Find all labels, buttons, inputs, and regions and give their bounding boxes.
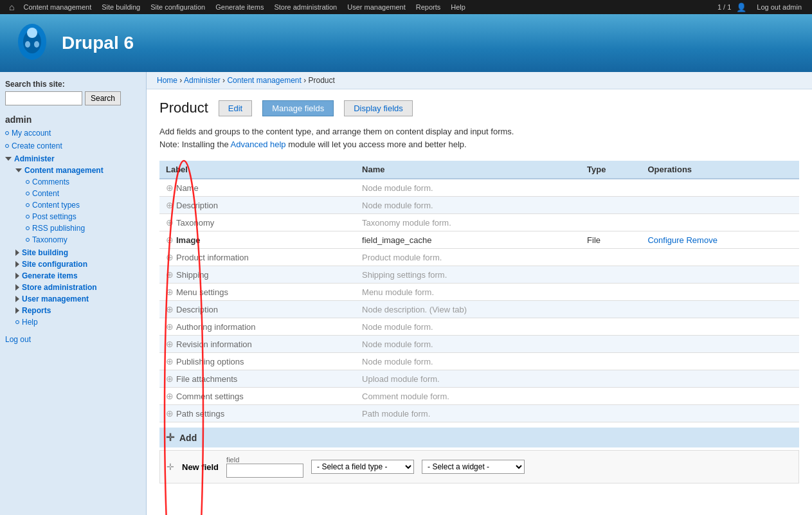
nav-site-building[interactable]: Site building bbox=[96, 3, 145, 11]
sidebar-username: admin bbox=[5, 114, 141, 125]
sidebar-content-management-toggle[interactable]: Content management bbox=[15, 165, 141, 176]
breadcrumb-current: Product bbox=[309, 76, 335, 85]
sidebar-link-logout[interactable]: Log out bbox=[5, 334, 141, 345]
sidebar: Search this site: Search admin My accoun… bbox=[0, 72, 147, 515]
chevron-down-icon bbox=[5, 157, 12, 161]
bullet-icon bbox=[26, 238, 30, 242]
breadcrumb-administer[interactable]: Administer bbox=[184, 76, 221, 85]
cell-type bbox=[581, 388, 641, 405]
cell-name: Node description. (View tab) bbox=[356, 301, 581, 318]
new-field-section: ✛ New field field - Select a field type … bbox=[159, 450, 799, 483]
sidebar-create-content: Create content bbox=[5, 140, 141, 152]
cell-label: ⊕Image bbox=[159, 231, 356, 249]
nav-store-administration[interactable]: Store administration bbox=[269, 3, 342, 11]
drag-handle[interactable]: ⊕ bbox=[166, 200, 176, 210]
drag-handle[interactable]: ⊕ bbox=[166, 321, 176, 332]
cell-operations bbox=[641, 179, 799, 197]
nav-user-management[interactable]: User management bbox=[342, 3, 411, 11]
field-label-text: Product information bbox=[176, 253, 249, 262]
sidebar-link-taxonomy[interactable]: Taxonomy bbox=[32, 235, 68, 245]
sidebar-user-management-toggle[interactable]: User management bbox=[15, 293, 141, 305]
sidebar-site-building-toggle[interactable]: Site building bbox=[15, 247, 141, 258]
drag-handle[interactable]: ⊕ bbox=[166, 339, 176, 349]
drag-handle[interactable]: ⊕ bbox=[166, 356, 176, 366]
remove-link[interactable]: Remove bbox=[686, 235, 717, 245]
sidebar-link-rss-publishing[interactable]: RSS publishing bbox=[32, 223, 85, 233]
field-label-text: Taxonomy bbox=[176, 218, 214, 228]
drag-handle[interactable]: ⊕ bbox=[166, 391, 176, 401]
search-input[interactable] bbox=[5, 91, 82, 105]
sidebar-reports-toggle[interactable]: Reports bbox=[15, 305, 141, 316]
sidebar-link-post-settings[interactable]: Post settings bbox=[32, 212, 77, 222]
field-widget-select[interactable]: - Select a widget - bbox=[422, 460, 525, 474]
tab-edit[interactable]: Edit bbox=[219, 100, 252, 116]
drag-handle[interactable]: ⊕ bbox=[166, 304, 176, 314]
cell-name: Node module form. bbox=[356, 318, 581, 336]
user-icon: 👤 bbox=[736, 3, 746, 12]
breadcrumb-content-management[interactable]: Content management bbox=[227, 76, 301, 85]
main-layout: Search this site: Search admin My accoun… bbox=[0, 72, 812, 515]
logout-link[interactable]: Log out admin bbox=[752, 3, 807, 11]
sidebar-administer-toggle[interactable]: Administer bbox=[5, 153, 141, 165]
advanced-help-link[interactable]: Advanced help bbox=[231, 140, 286, 149]
search-button[interactable]: Search bbox=[85, 91, 121, 105]
drag-handle[interactable]: ⊕ bbox=[166, 235, 176, 245]
table-header: Label Name Type Operations bbox=[159, 161, 799, 179]
drag-handle[interactable]: ⊕ bbox=[166, 217, 176, 228]
cell-type bbox=[581, 249, 641, 266]
drag-handle[interactable]: ⊕ bbox=[166, 252, 176, 262]
cell-name: Product module form. bbox=[356, 249, 581, 266]
nav-reports[interactable]: Reports bbox=[411, 3, 446, 11]
cell-type bbox=[581, 405, 641, 422]
drag-handle[interactable]: ⊕ bbox=[166, 408, 176, 419]
nav-site-configuration[interactable]: Site configuration bbox=[145, 3, 210, 11]
cell-name: Upload module form. bbox=[356, 370, 581, 388]
desc-text-2-post: module will let you access more and bett… bbox=[286, 140, 467, 149]
configure-link[interactable]: Configure bbox=[647, 235, 683, 245]
sidebar-link-create-content[interactable]: Create content bbox=[12, 141, 62, 151]
breadcrumb-home[interactable]: Home bbox=[157, 76, 177, 85]
drag-handle[interactable]: ⊕ bbox=[166, 287, 176, 297]
sidebar-link-help[interactable]: Help bbox=[22, 317, 38, 327]
cell-name: Node module form. bbox=[356, 179, 581, 197]
drag-handle[interactable]: ⊕ bbox=[166, 269, 176, 280]
sidebar-store-administration-toggle[interactable]: Store administration bbox=[15, 282, 141, 293]
cell-name: Node module form. bbox=[356, 336, 581, 353]
nav-generate-items[interactable]: Generate items bbox=[210, 3, 269, 11]
sidebar-site-configuration-toggle[interactable]: Site configuration bbox=[15, 258, 141, 270]
cell-label: ⊕Description bbox=[159, 301, 356, 318]
field-label-text: File attachments bbox=[176, 374, 237, 384]
sidebar-content-management-items: Comments Content Content types Post bbox=[15, 176, 141, 246]
table-row: ⊕Publishing optionsNode module form. bbox=[159, 353, 799, 370]
drag-handle[interactable]: ⊕ bbox=[166, 183, 176, 193]
field-label-text: Publishing options bbox=[176, 357, 244, 366]
field-type-select[interactable]: - Select a field type - bbox=[311, 460, 414, 474]
sidebar-administer-label: Administer bbox=[14, 154, 55, 163]
cell-type bbox=[581, 318, 641, 336]
sidebar-link-my-account[interactable]: My account bbox=[12, 128, 51, 138]
sidebar-link-comments[interactable]: Comments bbox=[32, 177, 69, 187]
cell-operations bbox=[641, 266, 799, 284]
drag-handle[interactable]: ⊕ bbox=[166, 374, 176, 384]
new-field-name-input[interactable] bbox=[226, 464, 303, 478]
sidebar-link-content-types[interactable]: Content types bbox=[32, 200, 80, 210]
sidebar-link-content[interactable]: Content bbox=[32, 188, 59, 199]
nav-help[interactable]: Help bbox=[446, 3, 471, 11]
field-label-text: Menu settings bbox=[176, 287, 228, 297]
drupal-home-icon[interactable]: ⌂ bbox=[5, 2, 18, 12]
tab-manage-fields[interactable]: Manage fields bbox=[262, 100, 334, 116]
list-item: RSS publishing bbox=[26, 222, 141, 234]
nav-content-management[interactable]: Content management bbox=[18, 3, 96, 11]
tab-display-fields[interactable]: Display fields bbox=[344, 100, 413, 116]
cell-name: Comment module form. bbox=[356, 388, 581, 405]
sidebar-content-management: Content management Comments Content bbox=[15, 165, 141, 246]
field-label-text: Comment settings bbox=[176, 392, 244, 401]
list-item: Comments bbox=[26, 176, 141, 188]
table-row: ⊕Path settingsPath module form. bbox=[159, 405, 799, 422]
col-type: Type bbox=[581, 161, 641, 179]
cell-label: ⊕Description bbox=[159, 197, 356, 214]
sidebar-generate-items-toggle[interactable]: Generate items bbox=[15, 270, 141, 282]
cell-type bbox=[581, 197, 641, 214]
sidebar-generate-items-label: Generate items bbox=[22, 271, 78, 280]
table-row: ⊕NameNode module form. bbox=[159, 179, 799, 197]
